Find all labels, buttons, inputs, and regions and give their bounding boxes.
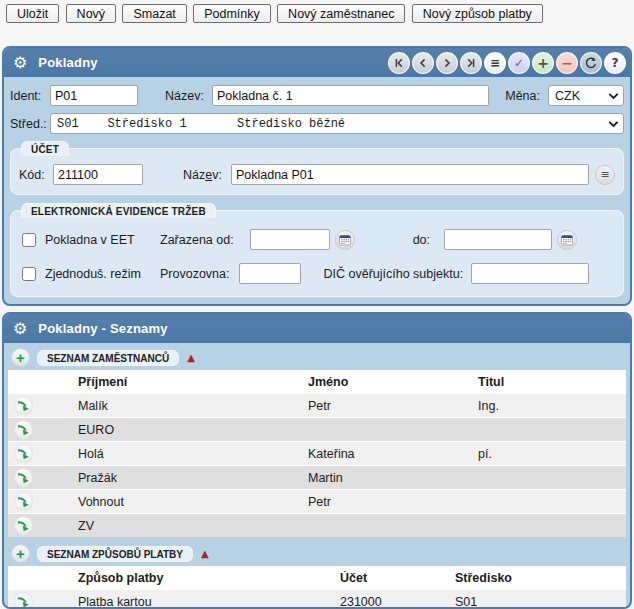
eet-fieldset: ELEKTRONICKÁ EVIDENCE TRŽEB Pokladna v E…: [10, 203, 624, 297]
mena-select[interactable]: CZK: [548, 85, 624, 106]
add-payment-method-button[interactable]: +: [11, 544, 30, 563]
open-row-arrow-icon: [16, 422, 31, 437]
table-cell: Ing.: [478, 399, 626, 413]
open-row-button[interactable]: [14, 444, 33, 463]
zarazena-od-input[interactable]: [250, 229, 330, 250]
table-cell: Kateřina: [308, 447, 478, 461]
dic-label: DIČ ověřujícího subjektu:: [323, 267, 463, 281]
open-row-arrow-icon: [16, 594, 31, 609]
table-row: PražákMartin: [8, 466, 626, 489]
delete-button[interactable]: Smazat: [122, 4, 186, 23]
open-row-button[interactable]: [14, 516, 33, 535]
ucet-nazev-label: Název:: [183, 168, 222, 182]
row-icon-cell: [8, 492, 78, 511]
help-button[interactable]: ?: [604, 52, 626, 74]
row-icon-cell: [8, 516, 78, 535]
save-button[interactable]: Uložit: [6, 4, 59, 23]
zarazena-do-input[interactable]: [444, 229, 552, 250]
payments-table: Způsob platbyÚčetStředisko Platba kartou…: [8, 566, 626, 609]
prev-record-button[interactable]: [412, 52, 434, 74]
column-header: Titul: [478, 375, 626, 389]
last-record-button[interactable]: [460, 52, 482, 74]
employees-table: PříjmeníJménoTitul MalíkPetrIng. EURO Ho…: [8, 370, 626, 537]
simplified-mode-checkbox[interactable]: [22, 267, 36, 281]
seznamy-body: + SEZNAM ZAMĚSTNANCŮ ▲ PříjmeníJménoTitu…: [4, 343, 630, 609]
table-cell: Holá: [78, 447, 308, 461]
table-cell: ZV: [78, 519, 308, 533]
table-row: HoláKateřinapí.: [8, 442, 626, 465]
kod-label: Kód:: [19, 168, 53, 182]
dic-input[interactable]: [471, 263, 589, 284]
open-row-button[interactable]: [14, 396, 33, 415]
stredisko-label: Střed.:: [10, 117, 50, 131]
simplified-mode-label: Zjednoduš. režim: [45, 267, 148, 281]
first-record-icon: [393, 57, 405, 69]
ident-label: Ident:: [10, 89, 50, 103]
column-header: Způsob platby: [78, 571, 340, 585]
pokladny-panel: ⚙ Pokladny ≡ ✓ + − ? Id: [2, 46, 632, 306]
add-employee-button[interactable]: +: [11, 348, 30, 367]
new-button[interactable]: Nový: [66, 4, 116, 23]
ucet-fieldset: ÚČET Kód: Název: ≡: [10, 141, 624, 195]
calendar-icon: [561, 234, 573, 246]
add-record-button[interactable]: +: [532, 52, 554, 74]
do-label: do:: [413, 233, 430, 247]
row-icon-cell: [8, 592, 78, 609]
next-record-button[interactable]: [436, 52, 458, 74]
table-cell: EURO: [78, 423, 308, 437]
table-cell: 231000: [340, 595, 455, 609]
provozovna-input[interactable]: [239, 263, 301, 284]
table-cell: Vohnout: [78, 495, 308, 509]
table-header-row: Způsob platbyÚčetStředisko: [8, 566, 626, 589]
account-lookup-button[interactable]: ≡: [595, 165, 615, 185]
calendar-do-button[interactable]: [557, 230, 577, 250]
record-nav: ≡ ✓ + − ?: [388, 52, 626, 74]
gear-icon: ⚙: [13, 321, 27, 337]
first-record-button[interactable]: [388, 52, 410, 74]
ucet-legend: ÚČET: [21, 141, 69, 156]
new-payment-method-button[interactable]: Nový způsob platby: [412, 4, 543, 23]
open-row-button[interactable]: [14, 420, 33, 439]
gear-icon: ⚙: [13, 55, 27, 71]
panel-title: Pokladny - Seznamy: [38, 321, 167, 336]
new-employee-button[interactable]: Nový zaměstnanec: [277, 4, 405, 23]
remove-record-button[interactable]: −: [556, 52, 578, 74]
calendar-icon: [339, 234, 351, 246]
open-row-button[interactable]: [14, 468, 33, 487]
column-header: Středisko: [455, 571, 626, 585]
prev-record-icon: [417, 57, 429, 69]
stredisko-row: Střed.: S01 Středisko 1 Středisko běžné: [10, 113, 624, 134]
nazev-input[interactable]: [212, 85, 489, 106]
column-header: Jméno: [308, 375, 478, 389]
ident-input[interactable]: [50, 85, 138, 106]
open-row-arrow-icon: [16, 398, 31, 413]
open-row-button[interactable]: [14, 492, 33, 511]
calendar-od-button[interactable]: [335, 230, 355, 250]
kod-input[interactable]: [53, 164, 143, 185]
table-row: Platba kartou231000S01: [8, 590, 626, 609]
row-icon-cell: [8, 468, 78, 487]
pokladny-panel-header: ⚙ Pokladny ≡ ✓ + − ?: [4, 48, 630, 77]
employees-section: + SEZNAM ZAMĚSTNANCŮ ▲ PříjmeníJménoTitu…: [8, 346, 626, 537]
row-icon-cell: [8, 444, 78, 463]
ucet-nazev-input[interactable]: [231, 164, 589, 185]
collapse-triangle-icon[interactable]: ▲: [187, 352, 195, 363]
stredisko-select[interactable]: S01 Středisko 1 Středisko běžné: [50, 113, 624, 134]
eet-row-2: Zjednoduš. režim Provozovna: DIČ ověřují…: [19, 263, 615, 284]
stredisko-value: S01 Středisko 1 Středisko běžné: [57, 117, 604, 131]
row-icon-cell: [8, 396, 78, 415]
payments-legend: SEZNAM ZPŮSOBŮ PLATBY: [37, 546, 193, 562]
menu-button[interactable]: ≡: [484, 52, 506, 74]
confirm-button[interactable]: ✓: [508, 52, 530, 74]
table-cell: Platba kartou: [78, 595, 340, 609]
refresh-button[interactable]: [580, 52, 602, 74]
conditions-button[interactable]: Podmínky: [193, 4, 271, 23]
column-header: Účet: [340, 571, 455, 585]
table-header-row: PříjmeníJménoTitul: [8, 370, 626, 393]
eet-checkbox[interactable]: [22, 233, 36, 247]
open-row-button[interactable]: [14, 592, 33, 609]
table-cell: Martin: [308, 471, 478, 485]
mena-label: Měna:: [505, 89, 540, 103]
collapse-triangle-icon[interactable]: ▲: [201, 548, 209, 559]
table-cell: S01: [455, 595, 626, 609]
